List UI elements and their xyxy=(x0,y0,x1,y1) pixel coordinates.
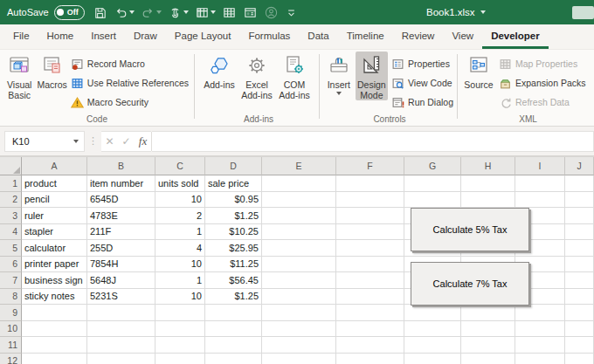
tab-file[interactable]: File xyxy=(4,24,38,49)
cell-C8[interactable]: 10 xyxy=(155,289,205,306)
cell-B2[interactable]: 6545D xyxy=(87,192,155,209)
cell-D5[interactable]: $25.95 xyxy=(205,240,262,257)
cell-F2[interactable] xyxy=(336,192,404,209)
cell-J5[interactable] xyxy=(565,240,594,257)
cell-A6[interactable]: printer paper xyxy=(22,257,87,273)
cell-H1[interactable] xyxy=(461,175,515,192)
cell-A9[interactable] xyxy=(22,305,87,321)
select-all-corner[interactable] xyxy=(0,157,22,175)
cell-J7[interactable] xyxy=(565,272,594,289)
row-header-4[interactable]: 4 xyxy=(0,224,22,241)
row-header-3[interactable]: 3 xyxy=(0,208,22,224)
cell-C4[interactable]: 1 xyxy=(155,224,205,241)
cell-F3[interactable] xyxy=(336,208,404,224)
cell-E7[interactable] xyxy=(262,272,336,289)
cell-G12[interactable] xyxy=(404,354,461,364)
cell-C12[interactable] xyxy=(155,354,205,364)
cell-F9[interactable] xyxy=(336,305,404,321)
cell-E1[interactable] xyxy=(262,175,336,192)
cell-C9[interactable] xyxy=(155,305,205,321)
account-button[interactable] xyxy=(264,5,279,20)
cell-G2[interactable] xyxy=(404,192,461,209)
column-header-F[interactable]: F xyxy=(336,157,404,175)
autosave-toggle[interactable]: AutoSave Off xyxy=(7,5,85,20)
borders-grid-button[interactable] xyxy=(222,5,237,20)
cell-E8[interactable] xyxy=(262,289,336,306)
row-header-7[interactable]: 7 xyxy=(0,272,22,289)
document-title[interactable]: Book1.xlsx xyxy=(426,0,486,24)
cell-J3[interactable] xyxy=(565,208,594,224)
row-header-8[interactable]: 8 xyxy=(0,289,22,306)
macros-button[interactable]: Macros xyxy=(37,52,66,91)
row-header-11[interactable]: 11 xyxy=(0,337,22,354)
cell-D11[interactable] xyxy=(205,337,262,354)
cell-C11[interactable] xyxy=(155,337,205,354)
insert-control-button[interactable]: Insert xyxy=(324,52,354,95)
cell-F7[interactable] xyxy=(336,272,404,289)
tab-review[interactable]: Review xyxy=(393,24,444,49)
cell-C1[interactable]: units sold xyxy=(155,175,205,192)
cell-G11[interactable] xyxy=(404,337,461,354)
cell-B7[interactable]: 5648J xyxy=(87,272,155,289)
cell-B10[interactable] xyxy=(87,321,155,338)
undo-button[interactable] xyxy=(114,5,135,20)
cell-C6[interactable]: 10 xyxy=(155,257,205,273)
cell-F8[interactable] xyxy=(336,289,404,306)
form-window-button[interactable] xyxy=(243,5,258,20)
cell-E12[interactable] xyxy=(262,354,336,364)
view-code-button[interactable]: View Code xyxy=(390,73,455,93)
cell-F11[interactable] xyxy=(336,337,404,354)
save-button[interactable] xyxy=(93,5,107,20)
cell-A1[interactable]: product xyxy=(22,175,87,192)
cell-G1[interactable] xyxy=(404,175,461,192)
com-add-ins-button[interactable]: COM Add-ins xyxy=(276,52,313,100)
cancel-button[interactable]: ✕ xyxy=(101,131,118,152)
row-header-2[interactable]: 2 xyxy=(0,192,22,209)
tab-page-layout[interactable]: Page Layout xyxy=(166,24,240,49)
cell-A11[interactable] xyxy=(22,337,87,354)
column-header-I[interactable]: I xyxy=(515,157,565,175)
row-header-1[interactable]: 1 xyxy=(0,175,22,192)
cell-I12[interactable] xyxy=(515,354,565,364)
row-header-5[interactable]: 5 xyxy=(0,240,22,257)
source-button[interactable]: Source xyxy=(462,52,495,91)
tab-view[interactable]: View xyxy=(443,24,482,49)
cell-J11[interactable] xyxy=(565,337,594,354)
cell-A5[interactable]: calculator xyxy=(22,240,87,257)
cell-D9[interactable] xyxy=(205,305,262,321)
cell-G9[interactable] xyxy=(404,305,461,321)
refresh-data-button[interactable]: Refresh Data xyxy=(497,93,588,112)
cell-E6[interactable] xyxy=(262,257,336,273)
cell-J6[interactable] xyxy=(565,257,594,273)
cell-E3[interactable] xyxy=(262,208,336,224)
run-dialog-button[interactable]: Run Dialog xyxy=(390,93,455,112)
cell-C10[interactable] xyxy=(155,321,205,338)
cell-D2[interactable]: $0.95 xyxy=(205,192,262,209)
cell-J12[interactable] xyxy=(565,354,594,364)
cell-D6[interactable]: $11.25 xyxy=(205,257,262,273)
cell-F12[interactable] xyxy=(336,354,404,364)
cell-J2[interactable] xyxy=(565,192,594,209)
cell-H10[interactable] xyxy=(461,321,515,338)
tab-draw[interactable]: Draw xyxy=(125,24,166,49)
cell-H11[interactable] xyxy=(461,337,515,354)
insert-function-button[interactable]: fx xyxy=(135,131,151,152)
cell-D3[interactable]: $1.25 xyxy=(205,208,262,224)
cell-B5[interactable]: 255D xyxy=(87,240,155,257)
calculate-7-tax-button[interactable]: Calculate 7% Tax xyxy=(411,262,529,306)
cell-B4[interactable]: 211F xyxy=(87,224,155,241)
cell-D8[interactable]: $1.25 xyxy=(205,289,262,306)
cell-J1[interactable] xyxy=(565,175,594,192)
cell-B12[interactable] xyxy=(87,354,155,364)
visual-basic-button[interactable]: Visual Basic xyxy=(3,52,35,100)
properties-button[interactable]: Properties xyxy=(390,54,455,73)
column-header-G[interactable]: G xyxy=(404,157,461,175)
tab-insert[interactable]: Insert xyxy=(82,24,125,49)
column-header-D[interactable]: D xyxy=(205,157,262,175)
cell-E5[interactable] xyxy=(262,240,336,257)
cell-C2[interactable]: 10 xyxy=(155,192,205,209)
cell-A7[interactable]: business sign xyxy=(22,272,87,289)
column-header-E[interactable]: E xyxy=(262,157,336,175)
cell-D1[interactable]: sale price xyxy=(205,175,262,192)
column-header-J[interactable]: J xyxy=(565,157,594,175)
